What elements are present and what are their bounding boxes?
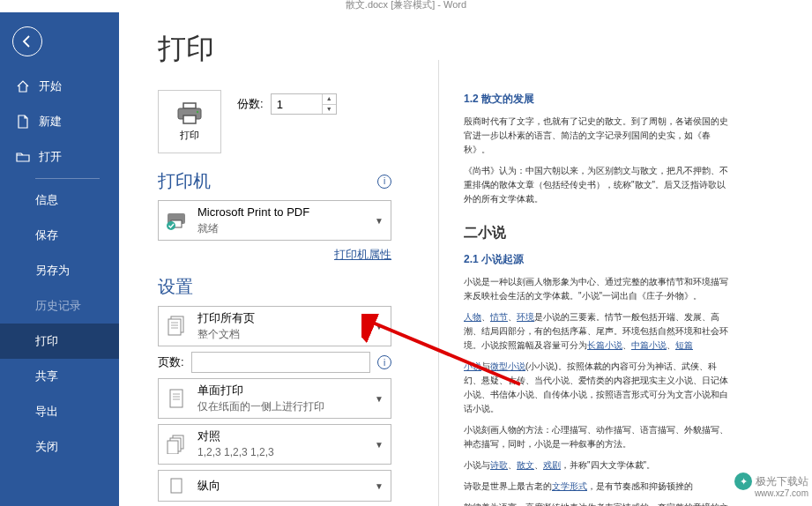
chevron-down-icon: ▼ — [373, 440, 385, 450]
nav-label: 关闭 — [35, 439, 58, 455]
preview-link: 人物 — [464, 312, 481, 322]
preview-h: 2.1 小说起源 — [464, 252, 732, 266]
page-numbers-row: 页数: i — [158, 352, 391, 373]
preview-link: 短篇 — [675, 340, 693, 350]
settings-heading-row: 设置 — [158, 275, 391, 299]
svg-rect-12 — [170, 390, 183, 407]
nav-label: 打印 — [35, 333, 58, 349]
copies-label: 份数: — [237, 96, 264, 112]
back-button[interactable] — [12, 26, 42, 56]
nav-new[interactable]: 新建 — [0, 104, 119, 139]
page-title: 打印 — [158, 30, 391, 69]
collate-select[interactable]: 对照 1,2,3 1,2,3 1,2,3 ▼ — [158, 424, 391, 465]
nav-label: 导出 — [35, 404, 58, 420]
single-side-icon — [164, 388, 189, 409]
nav-open[interactable]: 打开 — [0, 139, 119, 175]
svg-rect-2 — [183, 115, 196, 123]
nav-label: 开始 — [39, 78, 62, 94]
backstage-sidebar: 开始 新建 打开 信息 保存 另存为 历史记录 打印 共享 导出 关闭 — [0, 12, 119, 506]
preview-link: 长篇小说 — [587, 340, 622, 350]
page-range-sub: 整个文档 — [197, 326, 364, 342]
preview-p: 小说与诗歌、散文、戏剧，并称"四大文学体裁"。 — [464, 458, 732, 473]
copies-control: 份数: ▲ ▼ — [237, 93, 337, 115]
orientation-select[interactable]: 纵向 ▼ — [158, 470, 391, 502]
print-settings-column: 打印 打印 份数: ▲ ▼ — [158, 30, 391, 506]
svg-rect-18 — [168, 441, 178, 454]
title-bar: 散文.docx [兼容模式] - Word — [0, 0, 812, 12]
nav-label: 另存为 — [35, 263, 70, 279]
collate-icon — [164, 435, 189, 454]
preview-link: 文学形式 — [552, 481, 587, 491]
nav-info[interactable]: 信息 — [0, 182, 119, 218]
nav-save[interactable]: 保存 — [0, 218, 119, 253]
page-range-text: 打印所有页 整个文档 — [197, 310, 364, 342]
nav-history[interactable]: 历史记录 — [0, 288, 119, 324]
orientation-text: 纵向 — [197, 478, 364, 494]
watermark-url: www.xz7.com — [755, 488, 808, 498]
preview-p: 殷商时代有了文字，也就有了记史的散文。到了周朝，各诸侯国的史官进一步以朴素的语言… — [464, 115, 732, 157]
svg-point-6 — [167, 221, 175, 230]
spinner-up[interactable]: ▲ — [323, 94, 336, 105]
info-icon[interactable]: i — [377, 355, 391, 369]
folder-open-icon — [16, 150, 30, 164]
orientation-title: 纵向 — [197, 478, 364, 494]
svg-rect-0 — [183, 103, 196, 108]
nav-label: 保存 — [35, 227, 58, 243]
watermark-badge-icon: ✦ — [734, 473, 752, 490]
chevron-down-icon: ▼ — [373, 216, 385, 226]
nav-close[interactable]: 关闭 — [0, 429, 119, 465]
collate-sub: 1,2,3 1,2,3 1,2,3 — [197, 444, 364, 460]
watermark: ✦ 极光下载站 www.xz7.com — [734, 473, 808, 490]
preview-link: 情节 — [490, 312, 508, 322]
nav-share[interactable]: 共享 — [0, 359, 119, 394]
preview-p: 小说与微型小说(小小说)。按照体裁的内容可分为神话、武侠、科幻、悬疑、古传、当代… — [464, 360, 732, 416]
printer-properties-link[interactable]: 打印机属性 — [334, 248, 391, 261]
printer-icon — [176, 102, 203, 125]
app-container: 开始 新建 打开 信息 保存 另存为 历史记录 打印 共享 导出 关闭 打印 打… — [0, 12, 812, 506]
nav-label: 信息 — [35, 192, 58, 208]
document-icon — [16, 115, 30, 129]
preview-link: 诗歌 — [490, 460, 508, 470]
nav-home[interactable]: 开始 — [0, 69, 119, 104]
nav-label: 新建 — [39, 114, 62, 130]
info-icon[interactable]: i — [377, 175, 391, 189]
preview-page: 1.2 散文的发展 殷商时代有了文字，也就有了记史的散文。到了周朝，各诸侯国的史… — [439, 60, 756, 506]
svg-rect-8 — [168, 319, 181, 335]
preview-p: 人物、情节、环境是小说的三要素。情节一般包括开端、发展、高潮、结局四部分，有的包… — [464, 310, 732, 353]
print-action-row: 打印 份数: ▲ ▼ — [158, 90, 391, 153]
printer-props-row: 打印机属性 — [158, 246, 391, 263]
preview-p: 小说是一种以刻画人物形象为中心、通过完整的故事情节和环境描写来反映社会生活的文学… — [464, 275, 732, 303]
chevron-down-icon: ▼ — [373, 394, 385, 404]
copies-input-wrap: ▲ ▼ — [271, 93, 337, 115]
printer-heading-row: 打印机 i — [158, 169, 391, 193]
nav-save-as[interactable]: 另存为 — [0, 253, 119, 288]
settings-heading: 设置 — [158, 275, 193, 299]
spinner-down[interactable]: ▼ — [323, 105, 336, 115]
watermark-site: 极光下载站 — [756, 474, 808, 489]
sides-title: 单面打印 — [197, 383, 364, 398]
page-range-title: 打印所有页 — [197, 310, 364, 326]
preview-p: 小说刻画人物的方法：心理描写、动作描写、语言描写、外貌描写、神态描写，同时，小说… — [464, 423, 732, 451]
sides-sub: 仅在纸面的一侧上进行打印 — [197, 398, 364, 414]
printer-ready-icon — [164, 211, 189, 230]
chevron-down-icon: ▼ — [373, 481, 385, 491]
nav-export[interactable]: 导出 — [0, 394, 119, 429]
preview-p: 诗歌是世界上最古老的文学形式，是有节奏感和抑扬顿挫的 — [464, 480, 732, 494]
print-button[interactable]: 打印 — [158, 90, 221, 153]
collate-text: 对照 1,2,3 1,2,3 1,2,3 — [197, 428, 364, 460]
nav-print[interactable]: 打印 — [0, 324, 119, 359]
preview-link: 微型小说 — [490, 361, 525, 371]
page-range-select[interactable]: 打印所有页 整个文档 ▼ — [158, 306, 391, 346]
preview-link: 环境 — [517, 312, 534, 322]
preview-link: 小说 — [464, 361, 481, 371]
print-button-label: 打印 — [180, 129, 199, 142]
nav-label: 打开 — [39, 149, 62, 165]
collate-title: 对照 — [197, 428, 364, 444]
pages-label: 页数: — [158, 354, 184, 370]
nav-separator — [35, 178, 100, 179]
copies-input[interactable] — [272, 94, 323, 114]
pages-input[interactable] — [191, 352, 370, 373]
printer-select-text: Microsoft Print to PDF 就绪 — [197, 205, 364, 236]
sides-select[interactable]: 单面打印 仅在纸面的一侧上进行打印 ▼ — [158, 378, 391, 419]
printer-select[interactable]: Microsoft Print to PDF 就绪 ▼ — [158, 200, 391, 241]
